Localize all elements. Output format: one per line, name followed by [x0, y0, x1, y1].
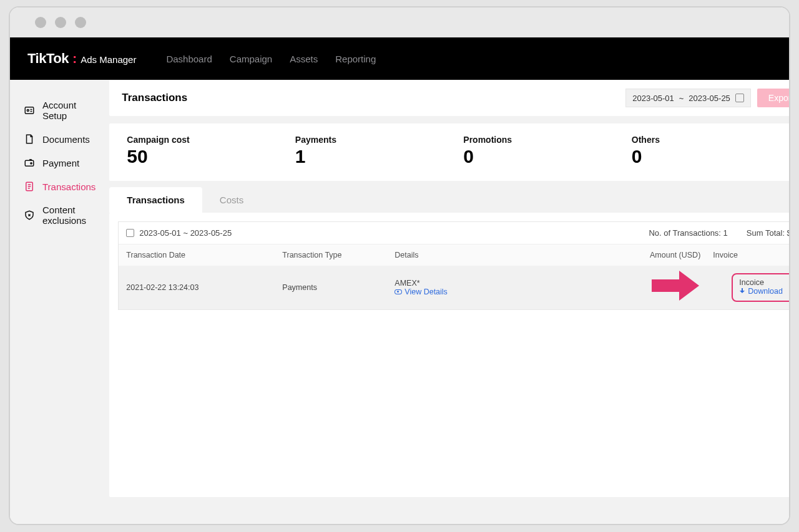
cell-type: Payments — [282, 283, 395, 292]
brand-accent: : — [72, 51, 77, 67]
sidebar-item-label: Account Setup — [42, 100, 96, 121]
sidebar-item-label: Content exclusions — [42, 205, 96, 226]
titlebar-right: 2023-05-01 ~ 2023-05-25 Export — [625, 89, 790, 107]
table-panel: 2023-05-01 ~ 2023-05-25 No. of Transacti… — [109, 213, 790, 497]
tab-transactions[interactable]: Transactions — [109, 187, 202, 213]
brand: TikTok: Ads Manager — [27, 51, 136, 67]
date-sep: ~ — [679, 94, 684, 103]
nav-reporting[interactable]: Reporting — [335, 54, 376, 64]
page-titlebar: Transactions 2023-05-01 ~ 2023-05-25 Exp… — [109, 80, 790, 116]
table-count: No. of Transactions: 1 — [649, 228, 727, 238]
sidebar-item-content-exclusions[interactable]: Content exclusions — [10, 198, 109, 232]
stat-value: 1 — [295, 146, 464, 167]
sidebar-item-label: Payment — [42, 158, 79, 168]
payment-icon — [24, 157, 35, 168]
browser-titlebar — [10, 7, 789, 37]
stat-campaign-cost: Campaign cost 50 — [127, 135, 295, 167]
export-button[interactable]: Export — [757, 89, 790, 107]
documents-icon — [24, 133, 35, 145]
stat-value: 0 — [632, 146, 790, 167]
browser-frame: TikTok: Ads Manager Dashboard Campaign A… — [9, 6, 790, 525]
top-nav: TikTok: Ads Manager Dashboard Campaign A… — [10, 37, 789, 80]
stat-payments: Payments 1 — [295, 135, 464, 167]
sidebar-item-label: Transactions — [42, 181, 96, 192]
download-link[interactable]: Download — [739, 287, 790, 296]
brand-sub: Ads Manager — [81, 54, 136, 65]
date-range-picker[interactable]: 2023-05-01 ~ 2023-05-25 — [625, 89, 751, 107]
eye-icon — [395, 289, 402, 294]
window-dot — [75, 17, 86, 28]
col-amount: Amount (USD) — [582, 251, 713, 259]
table-sum: Sum Total: $50 — [747, 228, 790, 238]
annotation-arrow — [652, 271, 702, 299]
stat-others: Others 0 — [632, 135, 790, 167]
date-to: 2023-05-25 — [689, 94, 730, 103]
col-details: Details — [395, 251, 582, 259]
svg-point-1 — [27, 110, 29, 112]
svg-point-3 — [31, 163, 32, 164]
table-box: 2023-05-01 ~ 2023-05-25 No. of Transacti… — [118, 221, 790, 310]
account-setup-icon — [24, 105, 35, 116]
stat-label: Others — [632, 135, 790, 145]
sidebar-item-transactions[interactable]: Transactions — [10, 175, 109, 198]
tab-costs[interactable]: Costs — [202, 187, 261, 213]
page-title: Transactions — [122, 92, 187, 104]
window-dot — [55, 17, 66, 28]
calendar-icon — [126, 229, 134, 237]
main: Transactions 2023-05-01 ~ 2023-05-25 Exp… — [109, 80, 790, 524]
table-summary-bar: 2023-05-01 ~ 2023-05-25 No. of Transacti… — [119, 222, 790, 244]
table-header: Transaction Date Transaction Type Detail… — [119, 244, 790, 266]
sidebar-item-payment[interactable]: Payment — [10, 151, 109, 175]
invoice-label: Incoice — [739, 278, 790, 287]
top-nav-links: Dashboard Campaign Assets Reporting — [166, 54, 376, 64]
app-body: Account Setup Documents Payment Transact… — [10, 80, 789, 524]
nav-campaign[interactable]: Campaign — [230, 54, 272, 64]
sidebar: Account Setup Documents Payment Transact… — [10, 80, 109, 524]
col-date: Transaction Date — [126, 251, 282, 259]
nav-assets[interactable]: Assets — [290, 54, 318, 64]
cell-date: 2021-02-22 13:24:03 — [126, 283, 282, 292]
sidebar-item-label: Documents — [42, 134, 90, 145]
download-label: Download — [748, 287, 783, 296]
sidebar-item-documents[interactable]: Documents — [10, 127, 109, 151]
col-invoice: Invoice — [713, 251, 790, 259]
stat-label: Promotions — [463, 135, 632, 145]
sidebar-item-account-setup[interactable]: Account Setup — [10, 94, 109, 127]
stat-value: 50 — [127, 146, 295, 167]
cell-invoice: Incoice Download — [713, 273, 790, 302]
stat-value: 0 — [463, 146, 632, 167]
date-from: 2023-05-01 — [632, 94, 674, 103]
invoice-highlight-box: Incoice Download — [732, 273, 790, 302]
table-row: 2021-02-22 13:24:03 Payments AMEX* View … — [119, 266, 790, 309]
view-details-link[interactable]: View Details — [395, 288, 582, 296]
stats-panel: Campaign cost 50 Payments 1 Promotions 0… — [109, 123, 790, 181]
nav-dashboard[interactable]: Dashboard — [166, 54, 212, 64]
view-details-label: View Details — [404, 288, 448, 296]
details-text: AMEX* — [395, 279, 582, 288]
stat-label: Campaign cost — [127, 135, 295, 145]
stat-label: Payments — [295, 135, 464, 145]
table-range: 2023-05-01 ~ 2023-05-25 — [139, 228, 232, 238]
brand-name: TikTok — [27, 51, 69, 67]
window-dot — [35, 17, 46, 28]
download-icon — [739, 288, 745, 294]
tabs: Transactions Costs — [109, 187, 790, 213]
transactions-icon — [24, 181, 35, 192]
cell-details: AMEX* View Details — [395, 279, 582, 296]
calendar-icon — [735, 94, 744, 102]
stat-promotions: Promotions 0 — [463, 135, 632, 167]
col-type: Transaction Type — [282, 251, 395, 259]
content-exclusions-icon — [24, 210, 35, 221]
